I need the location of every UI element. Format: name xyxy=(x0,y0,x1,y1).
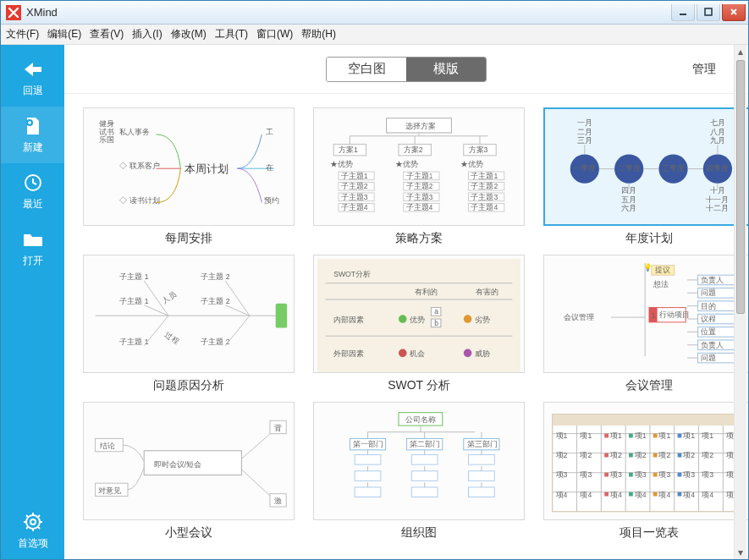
new-file-icon xyxy=(20,115,46,137)
scroll-up-icon[interactable]: ▴ xyxy=(735,45,746,58)
back-arrow-icon xyxy=(20,58,46,80)
template-card: 选择方案 方案1★优势子主题1子主题2子主题3子主题4方案2★优势子主题1子主题… xyxy=(313,107,525,248)
svg-text:会议管理: 会议管理 xyxy=(564,313,594,321)
svg-line-103 xyxy=(144,316,168,346)
svg-text:议程: 议程 xyxy=(701,315,716,323)
svg-text:试书: 试书 xyxy=(99,128,114,136)
svg-text:方案2: 方案2 xyxy=(404,145,423,154)
svg-point-115 xyxy=(399,315,407,323)
sidebar-prefs[interactable]: 首选项 xyxy=(1,502,64,559)
menu-file[interactable]: 文件(F) xyxy=(6,27,39,41)
svg-text:预约: 预约 xyxy=(264,196,279,205)
svg-line-11 xyxy=(38,527,40,529)
minimize-button[interactable] xyxy=(671,4,695,21)
svg-text:子主题 1: 子主题 1 xyxy=(119,297,148,305)
svg-text:三季度: 三季度 xyxy=(662,164,685,173)
segmented-control: 空白图 模版 xyxy=(326,57,487,82)
svg-text:方案3: 方案3 xyxy=(469,145,488,154)
menu-window[interactable]: 窗口(W) xyxy=(256,27,293,41)
vertical-scrollbar[interactable]: ▴ ▾ xyxy=(734,45,746,559)
svg-rect-226 xyxy=(678,434,682,438)
svg-text:十二月: 十二月 xyxy=(706,204,729,212)
template-caption: 会议管理 xyxy=(625,378,673,395)
sidebar-new[interactable]: 新建 xyxy=(1,107,64,163)
template-thumbnail-fishbone[interactable]: 子主题 1子主题 2子主题 1子主题 2子主题 1子主题 2 人员 过程 xyxy=(83,255,295,373)
svg-text:健身: 健身 xyxy=(99,119,114,128)
svg-rect-222 xyxy=(629,434,633,438)
svg-text:提议: 提议 xyxy=(655,266,670,274)
svg-text:项4: 项4 xyxy=(659,491,671,499)
tab-templates[interactable]: 模版 xyxy=(406,58,486,81)
svg-text:💡: 💡 xyxy=(643,263,653,272)
sidebar-recent[interactable]: 最近 xyxy=(1,163,64,220)
svg-text:项4: 项4 xyxy=(610,491,622,499)
template-card: 健身 试书 乐国 私人事务 ◇ 联系客户 ◇ 读书计划 本周计划 工 在 预约 … xyxy=(83,107,295,248)
svg-text:人员: 人员 xyxy=(161,289,178,305)
menu-edit[interactable]: 编辑(E) xyxy=(47,27,81,41)
svg-text:子主题4: 子主题4 xyxy=(471,203,498,211)
menu-tools[interactable]: 工具(T) xyxy=(215,27,248,41)
svg-text:项1: 项1 xyxy=(635,431,647,440)
svg-text:项3: 项3 xyxy=(580,470,592,479)
svg-text:项1: 项1 xyxy=(683,431,695,440)
svg-text:子主题1: 子主题1 xyxy=(341,172,368,180)
template-caption: 项目一览表 xyxy=(620,525,679,542)
svg-text:项2: 项2 xyxy=(610,451,622,459)
svg-text:二季度: 二季度 xyxy=(618,164,641,173)
sidebar-item-label: 首选项 xyxy=(18,536,48,551)
template-thumbnail-strategy[interactable]: 选择方案 方案1★优势子主题1子主题2子主题3子主题4方案2★优势子主题1子主题… xyxy=(313,107,525,226)
svg-text:子主题4: 子主题4 xyxy=(341,203,368,211)
svg-text:一月: 一月 xyxy=(577,118,592,127)
template-thumbnail-week[interactable]: 健身 试书 乐国 私人事务 ◇ 联系客户 ◇ 读书计划 本周计划 工 在 预约 xyxy=(83,107,295,226)
menu-view[interactable]: 查看(V) xyxy=(90,27,124,41)
svg-rect-203 xyxy=(469,487,495,497)
svg-text:项3: 项3 xyxy=(635,470,647,479)
window-title: XMind xyxy=(26,6,669,19)
svg-text:项3: 项3 xyxy=(683,470,695,479)
svg-text:行动项目: 行动项目 xyxy=(659,310,690,319)
svg-text:项1: 项1 xyxy=(702,431,713,440)
template-thumbnail-swot[interactable]: SWOT分析 有利的 有害的 内部因素 优势 a b 劣势 外部因素 机会 威胁 xyxy=(313,255,525,373)
svg-text:子主题2: 子主题2 xyxy=(341,182,368,190)
scroll-thumb[interactable] xyxy=(736,60,745,314)
svg-text:项4: 项4 xyxy=(702,491,713,499)
menu-insert[interactable]: 插入(I) xyxy=(132,27,162,41)
sidebar-back[interactable]: 回退 xyxy=(1,50,64,107)
maximize-button[interactable] xyxy=(697,4,720,21)
svg-text:子主题3: 子主题3 xyxy=(341,193,368,201)
svg-point-4 xyxy=(26,515,40,529)
sidebar-open[interactable]: 打开 xyxy=(1,220,64,277)
svg-text:◇ 联系客户: ◇ 联系客户 xyxy=(119,162,159,170)
menu-help[interactable]: 帮助(H) xyxy=(301,27,336,41)
svg-text:项2: 项2 xyxy=(683,451,695,459)
svg-text:有害的: 有害的 xyxy=(476,288,498,296)
svg-text:子主题1: 子主题1 xyxy=(406,172,433,180)
template-thumbnail-org[interactable]: 公司名称 第一部门第二部门第三部门 xyxy=(313,402,525,520)
svg-text:六月: 六月 xyxy=(621,204,636,212)
svg-text:激: 激 xyxy=(274,497,282,505)
svg-text:二月: 二月 xyxy=(577,128,592,136)
scroll-down-icon[interactable]: ▾ xyxy=(735,546,746,559)
svg-text:劣势: 劣势 xyxy=(475,316,490,324)
close-button[interactable] xyxy=(722,4,746,21)
tab-blank[interactable]: 空白图 xyxy=(327,58,406,81)
template-thumbnail-year[interactable]: 一月二月三月七月八月九月一季度二季度三季度四季度四月五月六月十月十一月十二月 xyxy=(543,107,748,226)
template-thumbnail-small[interactable]: 即时会议/短会 结论 对意见 背 激 xyxy=(83,402,295,520)
svg-point-125 xyxy=(399,349,407,358)
svg-text:子主题 2: 子主题 2 xyxy=(201,272,229,281)
template-thumbnail-table[interactable]: 项1项1项1项1项1项1项1项1项2项2项2项2项2项2项2项2项3项3项3项3… xyxy=(543,402,748,520)
sidebar-item-label: 最近 xyxy=(23,197,43,211)
manage-link[interactable]: 管理 xyxy=(692,62,716,77)
template-card: 一月二月三月七月八月九月一季度二季度三季度四季度四月五月六月十月十一月十二月 年… xyxy=(543,107,748,248)
template-caption: 策略方案 xyxy=(395,231,443,248)
svg-rect-194 xyxy=(411,487,438,497)
gear-icon xyxy=(20,511,46,533)
svg-point-121 xyxy=(464,315,472,323)
svg-rect-201 xyxy=(469,471,495,481)
template-thumbnail-meeting[interactable]: 会议管理 1行动项目 提议 想法 💡 负责人问题目的议程位置负责人问题 xyxy=(543,255,748,373)
menu-modify[interactable]: 修改(M) xyxy=(171,27,207,41)
svg-text:私人事务: 私人事务 xyxy=(119,128,150,136)
svg-text:负责人: 负责人 xyxy=(701,341,724,349)
template-card: SWOT分析 有利的 有害的 内部因素 优势 a b 劣势 外部因素 机会 威胁… xyxy=(313,255,525,395)
svg-text:威胁: 威胁 xyxy=(475,349,490,358)
